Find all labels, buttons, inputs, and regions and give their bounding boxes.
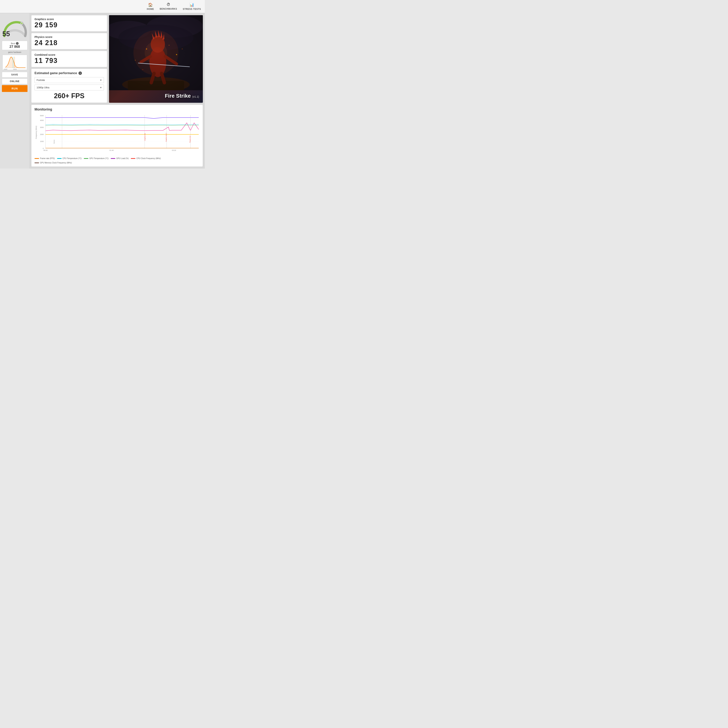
stress-tests-icon: 📊 — [190, 3, 194, 7]
fire-strike-version: (v1.1) — [192, 95, 199, 98]
combined-score-value: 11 793 — [35, 57, 104, 65]
monitoring-chart-svg: 0 1000 2000 3000 4000 5000 Fr — [35, 113, 200, 155]
run-button[interactable]: RUN — [2, 85, 28, 92]
legend-frame-rate: Frame rate (FPS) — [35, 158, 55, 159]
best-info-icon: i — [16, 42, 18, 45]
graphics-score-label: Graphics score — [35, 18, 104, 21]
svg-text:1000: 1000 — [40, 141, 44, 142]
mini-distribution-chart: 20000 25000 — [3, 55, 27, 70]
online-button[interactable]: ONLINE — [2, 78, 28, 84]
chart-legend: Frame rate (FPS) CPU Temperature (°C) GP… — [35, 158, 200, 164]
graphics-score-value: 29 159 — [35, 21, 104, 29]
fire-strike-bg-svg — [109, 15, 203, 90]
legend-gpu-mem-clock: GPU Memory Clock Frequency (MHz) — [35, 162, 72, 164]
svg-point-1 — [21, 23, 23, 24]
physics-score-card: Physics score 24 218 — [31, 33, 107, 49]
svg-marker-3 — [6, 57, 25, 68]
game-perf-title: Estimated game performance — [35, 72, 77, 75]
svg-text:03:20: 03:20 — [172, 149, 176, 151]
fire-strike-image: Fire Strike (v1.1) — [109, 15, 203, 103]
legend-label-cpu-temp: CPU Temperature (°C) — [63, 158, 82, 159]
distribution-svg: 20000 25000 — [3, 55, 27, 70]
monitoring-section: Monitoring 0 1000 2000 — [31, 105, 203, 167]
resolution-select-wrapper: 1080p Ultra 1440p Ultra 4K Ultra ▼ — [35, 84, 104, 90]
gauge-partial-score: 55 — [3, 30, 10, 38]
legend-label-gpu-mem-clock: GPU Memory Clock Frequency (MHz) — [40, 162, 72, 164]
combined-score-label: Combined score — [35, 53, 104, 56]
game-performance-card: Estimated game performance i Fortnite Cy… — [31, 69, 107, 103]
nav-stress-tests-label: STRESS TESTS — [183, 8, 201, 11]
svg-text:3000: 3000 — [40, 127, 44, 128]
svg-text:01:40: 01:40 — [110, 149, 114, 151]
svg-text:0: 0 — [43, 147, 44, 149]
scores-panel: Graphics score 29 159 Physics score 24 2… — [31, 15, 107, 103]
legend-cpu-temp: CPU Temperature (°C) — [57, 158, 82, 159]
legend-label-cpu-clock: CPU Clock Frequency (MHz) — [136, 158, 161, 159]
best-score-box: Best i 27 868 — [2, 41, 28, 50]
top-navigation: 🏠 HOME ⏱ BENCHMARKS 📊 STRESS TESTS — [0, 0, 205, 13]
graphics-score-card: Graphics score 29 159 — [31, 15, 107, 32]
legend-gpu-temp: GPU Temperature (°C) — [84, 158, 109, 159]
physics-score-value: 24 218 — [35, 39, 104, 47]
nav-benchmarks-label: BENCHMARKS — [160, 8, 177, 10]
legend-color-gpu-mem-clock — [35, 162, 39, 163]
fire-strike-label: Fire Strike (v1.1) — [165, 93, 199, 99]
svg-text:20000: 20000 — [4, 69, 8, 70]
legend-color-gpu-load — [111, 158, 115, 159]
legend-gpu-load: GPU Load (%) — [111, 158, 128, 159]
game-perf-info-icon[interactable]: i — [78, 72, 82, 75]
game-dropdown[interactable]: Fortnite Cyberpunk 2077 Valorant Apex Le… — [35, 77, 104, 83]
nav-benchmarks[interactable]: ⏱ BENCHMARKS — [160, 3, 177, 11]
svg-text:00:00: 00:00 — [43, 149, 47, 151]
svg-text:Graphics test: Graphics test — [144, 133, 146, 141]
monitoring-title: Monitoring — [35, 107, 200, 112]
best-label-text: Best — [11, 42, 15, 44]
svg-text:Demo: Demo — [54, 139, 55, 144]
svg-rect-35 — [109, 15, 203, 90]
legend-label-frame-rate: Frame rate (FPS) — [40, 158, 55, 159]
content-area: Graphics score 29 159 Physics score 24 2… — [29, 13, 205, 168]
svg-text:Physics test: Physics test — [190, 136, 191, 143]
nav-home-label: HOME — [147, 8, 154, 11]
legend-label-gpu-load: GPU Load (%) — [116, 158, 128, 159]
gauge-container: 55 — [2, 16, 28, 39]
left-sidebar: 55 Best i 27 868 game hardware — [0, 13, 29, 168]
game-select-wrapper: Fortnite Cyberpunk 2077 Valorant Apex Le… — [35, 77, 104, 83]
nav-stress-tests[interactable]: 📊 STRESS TESTS — [183, 3, 201, 11]
svg-text:5000: 5000 — [40, 115, 44, 116]
save-button[interactable]: SAVE — [2, 72, 28, 78]
main-layout: 55 Best i 27 868 game hardware — [0, 13, 205, 168]
home-icon: 🏠 — [148, 3, 153, 7]
resolution-dropdown[interactable]: 1080p Ultra 1440p Ultra 4K Ultra — [35, 84, 104, 90]
legend-color-gpu-temp — [84, 158, 88, 159]
nav-home[interactable]: 🏠 HOME — [147, 3, 154, 11]
legend-label-gpu-temp: GPU Temperature (°C) — [89, 158, 109, 159]
svg-text:Graphics test 2: Graphics test 2 — [165, 133, 167, 142]
svg-text:25000: 25000 — [13, 69, 17, 70]
legend-cpu-clock: CPU Clock Frequency (MHz) — [131, 158, 161, 159]
best-score-value: 27 868 — [5, 45, 24, 49]
legend-color-cpu-clock — [131, 158, 135, 159]
svg-text:4000: 4000 — [40, 119, 44, 121]
combined-score-card: Combined score 11 793 — [31, 51, 107, 67]
svg-text:2000: 2000 — [40, 133, 44, 135]
benchmarks-icon: ⏱ — [167, 3, 170, 7]
game-perf-header: Estimated game performance i — [35, 72, 104, 75]
legend-color-frame-rate — [35, 158, 39, 159]
top-section: Graphics score 29 159 Physics score 24 2… — [31, 15, 203, 103]
fps-value: 260+ FPS — [35, 92, 104, 100]
legend-color-cpu-temp — [57, 158, 62, 159]
svg-text:Frequency (MHz): Frequency (MHz) — [35, 126, 37, 139]
monitoring-chart-area: 0 1000 2000 3000 4000 5000 Fr — [35, 113, 200, 155]
hardware-label: game hardware — [8, 51, 21, 53]
physics-score-label: Physics score — [35, 35, 104, 38]
